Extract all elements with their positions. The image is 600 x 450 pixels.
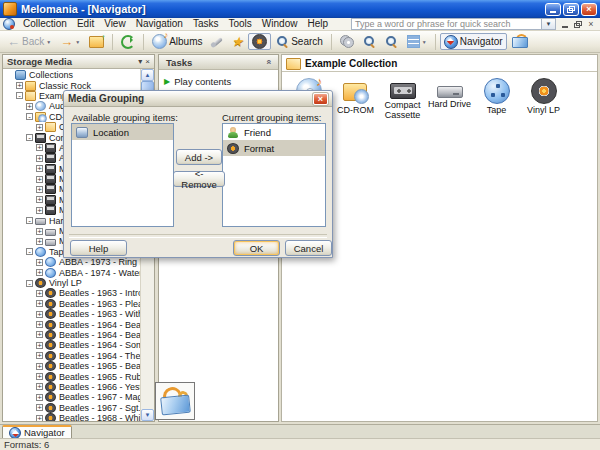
expander-expand-icon[interactable]: +: [36, 144, 43, 151]
tree-item[interactable]: +Beatles - 1964 - The Beatles' Sec: [3, 351, 140, 361]
mdi-close-button[interactable]: ×: [585, 19, 597, 30]
expander-expand-icon[interactable]: +: [36, 186, 43, 193]
forward-button[interactable]: → ▼: [56, 33, 84, 50]
folder-up-button[interactable]: [85, 33, 108, 50]
available-list[interactable]: Location: [71, 123, 174, 227]
tree-item[interactable]: +Beatles - 1968 - White Album: [3, 413, 140, 421]
collection-item[interactable]: Compact Cassette: [380, 78, 425, 120]
zoom-out-button[interactable]: [359, 33, 380, 50]
expander-expand-icon[interactable]: +: [36, 342, 43, 349]
expander-expand-icon[interactable]: +: [36, 228, 43, 235]
expander-expand-icon[interactable]: +: [36, 290, 43, 297]
mdi-restore-button[interactable]: [572, 19, 584, 30]
collection-item[interactable]: Vinyl LP: [521, 78, 566, 120]
remove-button[interactable]: <- Remove: [173, 171, 225, 187]
expander-expand-icon[interactable]: +: [36, 363, 43, 370]
expander-expand-icon[interactable]: +: [36, 383, 43, 390]
tree-item[interactable]: Collections: [3, 70, 140, 80]
ok-button[interactable]: OK: [233, 240, 280, 256]
tree-item[interactable]: +Beatles - 1965 - Beatles VI: [3, 361, 140, 371]
help-button[interactable]: Help: [70, 240, 127, 256]
quick-search-input[interactable]: Type a word or phrase for quick search ▼: [351, 18, 556, 30]
list-item-format[interactable]: Format: [223, 140, 325, 156]
refresh-button[interactable]: [117, 33, 139, 50]
expander-expand-icon[interactable]: +: [36, 415, 43, 421]
media-basket-button[interactable]: [508, 33, 531, 50]
tree-item[interactable]: +Beatles - 1965 - Rubber Soul: [3, 371, 140, 381]
tab-navigator[interactable]: Navigator: [2, 425, 72, 438]
expander-expand-icon[interactable]: +: [36, 238, 43, 245]
add-button[interactable]: Add ->: [176, 149, 222, 165]
albums-button[interactable]: Albums: [148, 33, 206, 50]
expander-expand-icon[interactable]: +: [36, 176, 43, 183]
expander-expand-icon[interactable]: +: [36, 165, 43, 172]
expander-expand-icon[interactable]: +: [36, 155, 43, 162]
panel-close-icon[interactable]: ×: [145, 57, 150, 66]
tree-item[interactable]: +Beatles - 1967 - Sgt. Pepper's Lo: [3, 403, 140, 413]
expander-expand-icon[interactable]: +: [36, 394, 43, 401]
expander-expand-icon[interactable]: +: [36, 321, 43, 328]
zoom-in-button[interactable]: [381, 33, 402, 50]
tree-item[interactable]: -Vinyl LP: [3, 278, 140, 288]
expander-collapse-icon[interactable]: -: [26, 217, 33, 224]
tree-item[interactable]: +Beatles - 1966 - Yesterday... an: [3, 382, 140, 392]
tree-item[interactable]: +Beatles - 1963 - With the Beatle: [3, 309, 140, 319]
collection-item[interactable]: Hard Drive: [427, 78, 472, 120]
expander-expand-icon[interactable]: +: [36, 207, 43, 214]
navigator-button[interactable]: Navigator: [440, 33, 507, 50]
menu-help[interactable]: Help: [302, 18, 333, 30]
expander-expand-icon[interactable]: +: [36, 196, 43, 203]
tree-item[interactable]: +Beatles - 1963 - Please Please M: [3, 299, 140, 309]
collection-item[interactable]: Tape: [474, 78, 519, 120]
collapse-chevron-icon[interactable]: «: [263, 59, 273, 64]
tree-item[interactable]: +Beatles - 1964 - Beatles for Sale: [3, 330, 140, 340]
expander-expand-icon[interactable]: +: [16, 82, 23, 89]
expander-expand-icon[interactable]: +: [36, 124, 43, 131]
menu-collection[interactable]: Collection: [18, 18, 72, 30]
menu-view[interactable]: View: [99, 18, 131, 30]
expander-expand-icon[interactable]: +: [36, 300, 43, 307]
cd-copy-button[interactable]: [336, 33, 358, 50]
title-bar[interactable]: Melomania - [Navigator] ×: [0, 0, 600, 18]
close-button[interactable]: ×: [581, 3, 597, 16]
view-mode-button[interactable]: ▼: [403, 33, 431, 50]
menu-window[interactable]: Window: [257, 18, 303, 30]
vinyl-view-button[interactable]: [248, 33, 271, 50]
cancel-button[interactable]: Cancel: [285, 240, 332, 256]
list-item-location[interactable]: Location: [72, 124, 173, 140]
mdi-minimize-button[interactable]: [559, 19, 571, 30]
menu-edit[interactable]: Edit: [72, 18, 99, 30]
expander-expand-icon[interactable]: +: [36, 331, 43, 338]
menu-tools[interactable]: Tools: [223, 18, 256, 30]
expander-expand-icon[interactable]: +: [36, 269, 43, 276]
expander-expand-icon[interactable]: +: [36, 259, 43, 266]
tree-item[interactable]: +ABBA - 1973 - Ring Ring: [3, 257, 140, 267]
tools-button[interactable]: [208, 33, 227, 50]
expander-collapse-icon[interactable]: -: [26, 248, 33, 255]
tree-item[interactable]: +Beatles - 1964 - Beatles '65: [3, 319, 140, 329]
tree-item[interactable]: +ABBA - 1974 - Waterloo: [3, 267, 140, 277]
menu-tasks[interactable]: Tasks: [188, 18, 224, 30]
favorites-button[interactable]: ★: [228, 33, 248, 50]
expander-expand-icon[interactable]: +: [36, 352, 43, 359]
expander-collapse-icon[interactable]: -: [16, 92, 23, 99]
search-button[interactable]: Search: [272, 33, 327, 50]
dialog-close-button[interactable]: ×: [313, 93, 328, 105]
tree-item[interactable]: +Beatles - 1967 - Magical Mystery: [3, 392, 140, 402]
scroll-down-icon[interactable]: ▼: [141, 409, 154, 421]
panel-menu-icon[interactable]: ▾: [138, 57, 142, 66]
quick-search-dropdown[interactable]: ▼: [541, 19, 555, 29]
tree-item[interactable]: +Beatles - 1963 - Introducing... T: [3, 288, 140, 298]
expander-expand-icon[interactable]: +: [36, 373, 43, 380]
scroll-up-icon[interactable]: ▲: [141, 69, 154, 81]
media-basket-preview[interactable]: [155, 382, 195, 420]
back-button[interactable]: ← Back ▼: [3, 33, 55, 50]
play-contents-task[interactable]: ▶ Play contents: [159, 70, 278, 87]
expander-expand-icon[interactable]: +: [26, 103, 33, 110]
expander-collapse-icon[interactable]: -: [26, 134, 33, 141]
list-item-friend[interactable]: Friend: [223, 124, 325, 140]
collection-item[interactable]: CD-ROM: [333, 78, 378, 120]
expander-expand-icon[interactable]: +: [36, 404, 43, 411]
minimize-button[interactable]: [545, 3, 561, 16]
tree-item[interactable]: +Beatles - 1964 - Something New: [3, 340, 140, 350]
